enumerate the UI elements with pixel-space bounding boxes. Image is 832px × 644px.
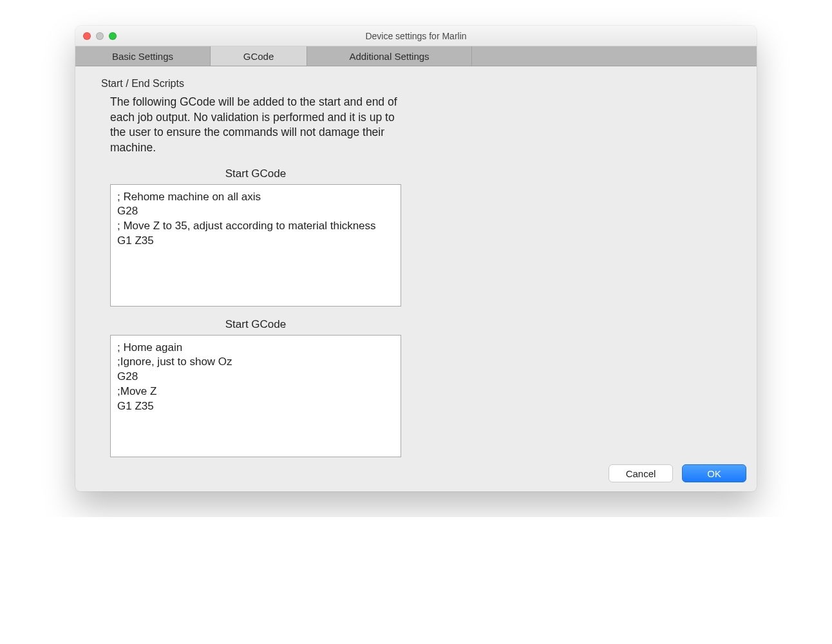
- maximize-icon[interactable]: [109, 32, 117, 40]
- content-area: Start / End Scripts The following GCode …: [75, 66, 757, 491]
- start-gcode-block-1: Start GCode: [110, 167, 401, 309]
- traffic-lights: [75, 32, 117, 40]
- tab-gcode[interactable]: GCode: [211, 46, 307, 66]
- start-gcode-label-2: Start GCode: [110, 318, 401, 331]
- scripts-section-title: Start / End Scripts: [101, 78, 731, 90]
- ok-button[interactable]: OK: [682, 464, 746, 482]
- tab-additional-settings[interactable]: Additional Settings: [307, 46, 472, 66]
- scripts-description: The following GCode will be added to the…: [110, 95, 406, 156]
- tab-basic-settings[interactable]: Basic Settings: [75, 46, 211, 66]
- start-gcode-label-1: Start GCode: [110, 167, 401, 180]
- close-icon[interactable]: [83, 32, 91, 40]
- cancel-button[interactable]: Cancel: [609, 464, 673, 482]
- minimize-icon: [96, 32, 104, 40]
- titlebar: Device settings for Marlin: [75, 26, 757, 46]
- tab-bar: Basic Settings GCode Additional Settings: [75, 46, 757, 66]
- start-gcode-textarea-1[interactable]: [110, 184, 401, 307]
- window-title: Device settings for Marlin: [75, 31, 757, 41]
- tab-spacer: [472, 46, 757, 66]
- start-gcode-block-2: Start GCode: [110, 318, 401, 460]
- settings-window: Device settings for Marlin Basic Setting…: [75, 26, 757, 491]
- dialog-buttons: Cancel OK: [609, 464, 746, 482]
- start-gcode-textarea-2[interactable]: [110, 335, 401, 457]
